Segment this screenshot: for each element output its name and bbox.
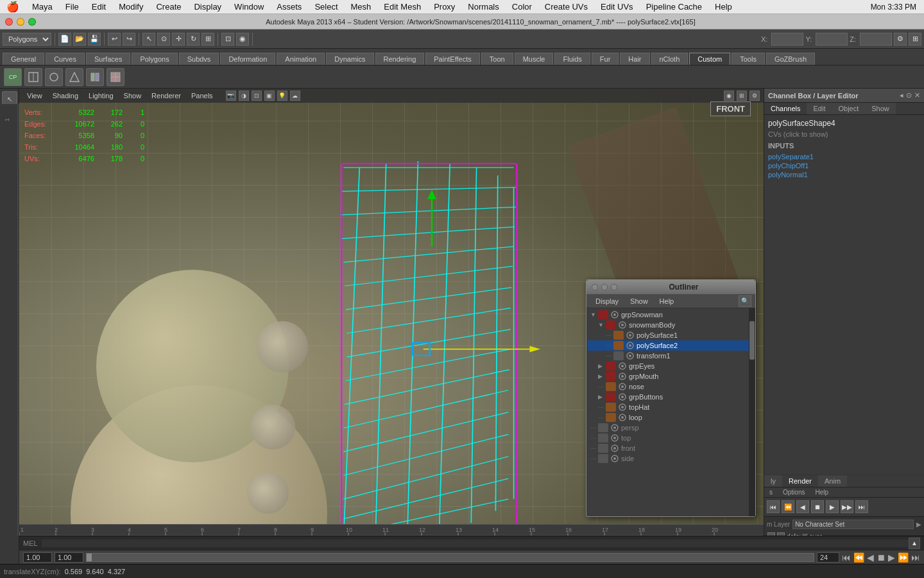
shelf-tab-gozbrush[interactable]: GoZBrush: [766, 53, 815, 65]
camera-settings-icon[interactable]: ⚙: [749, 91, 760, 101]
lighting-vp-icon[interactable]: 💡: [277, 91, 287, 101]
snap-grid-icon[interactable]: ⊡: [221, 33, 234, 46]
pb-step-back[interactable]: ⏪: [853, 552, 864, 563]
shelf-icon-1[interactable]: [24, 68, 42, 86]
shelf-icon-4[interactable]: [86, 68, 104, 86]
isolate-icon[interactable]: ◉: [724, 91, 734, 101]
shelf-tab-subdvs[interactable]: Subdvs: [179, 53, 219, 65]
vp-menu-panels[interactable]: Panels: [187, 91, 217, 100]
ol-item-nose[interactable]: — nose: [588, 381, 754, 392]
pb-go-start[interactable]: ⏮: [842, 552, 851, 563]
cb-cvs-label[interactable]: CVs (click to show): [768, 130, 920, 138]
render-icon-skip-fwd[interactable]: ⏭: [855, 500, 868, 513]
menu-window[interactable]: Window: [228, 2, 270, 12]
grid-toggle-icon[interactable]: ⊞: [737, 91, 747, 101]
close-button[interactable]: [5, 18, 13, 26]
render-icon-step-back[interactable]: ◀: [796, 500, 809, 513]
wireframe-icon[interactable]: ⊡: [252, 91, 262, 101]
undo-icon[interactable]: ↩: [108, 33, 121, 46]
current-frame-input[interactable]: [817, 552, 839, 563]
ol-item-grpbuttons[interactable]: ▶ grpButtons: [588, 392, 754, 402]
playback-thumb[interactable]: [87, 554, 92, 561]
ol-item-loop[interactable]: — loop: [588, 412, 754, 423]
outliner-close-btn[interactable]: [592, 284, 598, 290]
menu-select[interactable]: Select: [308, 2, 344, 12]
mode-dropdown[interactable]: Polygons: [3, 33, 51, 46]
textured-icon[interactable]: ▣: [264, 91, 275, 101]
cb-input-polynormal[interactable]: polyNormal1: [768, 170, 920, 179]
playback-slider[interactable]: [86, 553, 814, 562]
cb-settings-icon[interactable]: ⊙: [906, 91, 912, 100]
menu-maya[interactable]: Maya: [26, 2, 59, 12]
ol-item-top[interactable]: — top: [588, 433, 754, 443]
cb-object-name[interactable]: polySurfaceShape4: [768, 119, 920, 128]
menu-modify[interactable]: Modify: [112, 2, 150, 12]
cb-input-polyseparate[interactable]: polySeparate1: [768, 152, 920, 161]
menu-assets[interactable]: Assets: [270, 2, 308, 12]
vp-menu-view[interactable]: View: [23, 91, 46, 100]
pb-step-fwd[interactable]: ⏩: [898, 552, 909, 563]
cb-tab-show[interactable]: Show: [865, 103, 896, 114]
cb-opts-help[interactable]: Help: [810, 487, 834, 497]
cb-tab-edit[interactable]: Edit: [807, 103, 832, 114]
select-tool-icon[interactable]: ↖: [142, 33, 155, 46]
ol-menu-help[interactable]: Help: [654, 297, 680, 306]
apple-menu[interactable]: 🍎: [0, 1, 26, 13]
ol-menu-display[interactable]: Display: [590, 297, 624, 306]
menu-pipeline[interactable]: Pipeline Cache: [640, 2, 708, 12]
scale-tool-icon[interactable]: ⊞: [201, 33, 214, 46]
shelf-tab-polygons[interactable]: Polygons: [132, 53, 177, 65]
ol-item-side[interactable]: — side: [588, 453, 754, 464]
vp-menu-renderer[interactable]: Renderer: [148, 91, 185, 100]
shelf-tab-dynamics[interactable]: Dynamics: [326, 53, 373, 65]
menu-edit[interactable]: Edit: [85, 2, 112, 12]
shelf-tab-general[interactable]: General: [3, 53, 44, 65]
ol-item-snowmanbody[interactable]: ▼ snowmanBody: [588, 320, 754, 330]
shelf-tab-hair[interactable]: Hair: [620, 53, 649, 65]
shelf-tab-surfaces[interactable]: Surfaces: [86, 53, 130, 65]
range-start-input[interactable]: [23, 552, 52, 563]
menu-normals[interactable]: Normals: [461, 2, 505, 12]
shading-icon[interactable]: ◑: [239, 91, 249, 101]
menu-edit-uvs[interactable]: Edit UVs: [594, 2, 640, 12]
menu-mesh[interactable]: Mesh: [345, 2, 378, 12]
grid-icon[interactable]: ⊞: [909, 33, 921, 46]
pb-go-end[interactable]: ⏭: [911, 552, 920, 563]
cb-render-tab-render[interactable]: Render: [782, 475, 818, 487]
outliner-scrollbar[interactable]: [749, 308, 755, 516]
settings-icon[interactable]: ⚙: [894, 33, 907, 46]
pb-stop[interactable]: ⏹: [877, 552, 886, 563]
rotate-tool-icon[interactable]: ↻: [187, 33, 200, 46]
vp-menu-shading[interactable]: Shading: [49, 91, 82, 100]
ol-item-front[interactable]: — front: [588, 443, 754, 453]
ol-item-polysurface2[interactable]: — polySurface2: [588, 340, 754, 351]
char-set-arrow[interactable]: ▶: [916, 521, 921, 528]
new-scene-icon[interactable]: 📄: [58, 33, 71, 46]
open-scene-icon[interactable]: 📂: [73, 33, 86, 46]
menu-display[interactable]: Display: [187, 2, 228, 12]
menu-create-uvs[interactable]: Create UVs: [538, 2, 594, 12]
render-icon-skip-back[interactable]: ⏮: [767, 500, 780, 513]
move-tool-icon[interactable]: ✛: [172, 33, 185, 46]
ol-menu-show[interactable]: Show: [625, 297, 653, 306]
render-icon-stop[interactable]: ⏹: [811, 500, 824, 513]
ol-item-persp[interactable]: — persp: [588, 423, 754, 433]
menu-proxy[interactable]: Proxy: [427, 2, 461, 12]
outliner-min-btn[interactable]: [601, 284, 608, 290]
shelf-tab-tools[interactable]: Tools: [732, 53, 765, 65]
ol-item-tophat[interactable]: — topHat: [588, 402, 754, 412]
menu-edit-mesh[interactable]: Edit Mesh: [377, 2, 427, 12]
shelf-icon-5[interactable]: [107, 68, 124, 86]
shelf-icon-cp[interactable]: CP: [4, 68, 22, 86]
ol-item-grpsnowman[interactable]: ▼ grpSnowman: [588, 310, 754, 320]
shelf-tab-custom[interactable]: Custom: [689, 53, 730, 65]
mel-expand-icon[interactable]: ▲: [909, 538, 920, 549]
lasso-tool-icon[interactable]: ⊙: [157, 33, 170, 46]
outliner-max-btn[interactable]: [611, 284, 617, 290]
shelf-tab-deformation[interactable]: Deformation: [220, 53, 275, 65]
shelf-tab-animation[interactable]: Animation: [277, 53, 325, 65]
cb-tab-channels[interactable]: Channels: [764, 103, 807, 114]
cb-render-tab-ly[interactable]: ly: [764, 475, 782, 487]
pb-play-fwd[interactable]: ▶: [888, 552, 895, 563]
render-icon-play[interactable]: ▶: [826, 500, 839, 513]
